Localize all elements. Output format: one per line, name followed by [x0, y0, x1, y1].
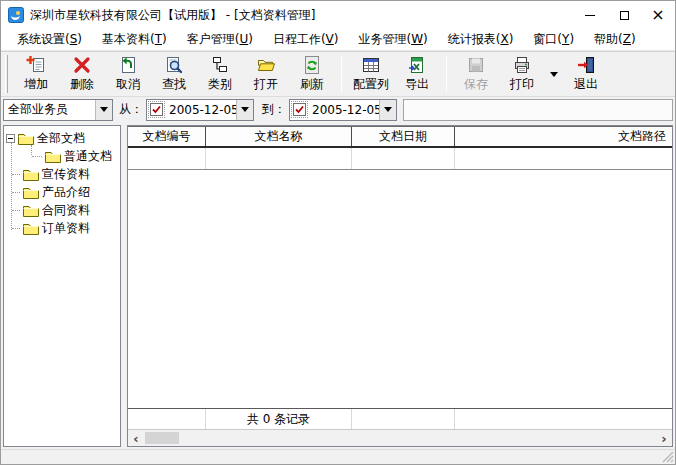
tree-connector-line [12, 228, 20, 229]
tree-connector-line [12, 210, 20, 211]
tree-item-label: 合同资料 [42, 202, 90, 219]
column-header-doc-number[interactable]: 文档编号 [128, 127, 206, 146]
folder-icon [23, 186, 39, 199]
tree-item-label: 普通文档 [64, 148, 112, 165]
menu-schedule-work[interactable]: 日程工作(V) [263, 29, 349, 50]
tree-item-contract-materials[interactable]: 合同资料 [4, 201, 120, 219]
to-date-dropdown-button[interactable] [379, 100, 396, 120]
tree-item-label: 宣传资料 [42, 166, 90, 183]
from-date-dropdown-button[interactable] [236, 100, 253, 120]
maximize-icon [620, 11, 629, 20]
scroll-right-icon[interactable]: › [656, 430, 672, 446]
menu-system-settings[interactable]: 系统设置(S) [7, 29, 92, 50]
refresh-button[interactable]: 刷新 [289, 53, 335, 95]
tree-item-label: 全部文档 [37, 130, 85, 147]
chevron-down-icon [550, 72, 558, 77]
app-window: 深圳市星软科技有限公司【试用版】 - [文档资料管理] × 系统设置(S) 基本… [0, 0, 676, 465]
tree-item-label: 产品介绍 [42, 184, 90, 201]
column-header-doc-name[interactable]: 文档名称 [206, 127, 352, 146]
delete-icon [72, 55, 92, 75]
exit-icon [576, 55, 596, 75]
category-tree: 全部文档 普通文档 宣传资料 [3, 125, 121, 447]
toolbar: 增加 删除 取消 查找 [1, 51, 675, 97]
resize-grip-icon[interactable] [661, 450, 674, 463]
from-date-checkbox[interactable] [150, 103, 163, 116]
grid-header-row: 文档编号 文档名称 文档日期 文档路径 [128, 126, 672, 148]
collapse-icon[interactable] [6, 134, 15, 143]
app-icon [8, 7, 24, 23]
column-header-doc-path[interactable]: 文档路径 [455, 127, 672, 146]
filter-bar: 全部业务员 从： 2005-12-05 到： 2005-12-05 [1, 97, 675, 123]
scroll-left-icon[interactable]: ‹ [128, 430, 144, 446]
folder-icon [18, 132, 34, 145]
salesperson-dropdown-button[interactable] [95, 100, 112, 120]
scrollbar-thumb[interactable] [145, 432, 179, 444]
menu-statistics-reports[interactable]: 统计报表(X) [438, 29, 524, 50]
menu-business-mgmt[interactable]: 业务管理(W) [348, 29, 437, 50]
add-button[interactable]: 增加 [13, 53, 59, 95]
grid-footer-cell [352, 409, 455, 429]
menu-basic-data[interactable]: 基本资料(T) [92, 29, 177, 50]
export-button[interactable]: 导出 [394, 53, 440, 95]
columns-icon [361, 55, 381, 75]
to-date-checkbox[interactable] [293, 103, 306, 116]
folder-icon [23, 168, 39, 181]
tree-item-normal-docs[interactable]: 普通文档 [4, 147, 120, 165]
tree-item-product-intro[interactable]: 产品介绍 [4, 183, 120, 201]
tree-connector-line [12, 174, 20, 175]
find-button[interactable]: 查找 [151, 53, 197, 95]
refresh-icon [302, 55, 322, 75]
column-header-doc-date[interactable]: 文档日期 [352, 127, 455, 146]
minimize-button[interactable] [573, 1, 607, 29]
from-date-value: 2005-12-05 [165, 103, 236, 117]
grid-body [128, 170, 672, 408]
exit-button[interactable]: 退出 [563, 53, 609, 95]
grid-empty-row[interactable] [128, 148, 672, 170]
folder-icon [23, 204, 39, 217]
chevron-down-icon [384, 107, 392, 112]
chevron-down-icon [100, 107, 108, 112]
toolbar-separator [446, 56, 447, 92]
close-icon: × [651, 7, 664, 23]
grid-cell [128, 148, 206, 169]
tree-item-all-docs[interactable]: 全部文档 [4, 129, 120, 147]
from-label: 从： [119, 101, 143, 118]
open-folder-icon [256, 55, 276, 75]
salesperson-value: 全部业务员 [4, 101, 95, 118]
documents-grid: 文档编号 文档名称 文档日期 文档路径 共 0 条记录 ‹ [127, 125, 673, 447]
category-button[interactable]: 类别 [197, 53, 243, 95]
title-bar: 深圳市星软科技有限公司【试用版】 - [文档资料管理] × [1, 1, 675, 29]
export-icon [407, 55, 427, 75]
save-button[interactable]: 保存 [453, 53, 499, 95]
toolbar-gripper[interactable] [5, 55, 8, 93]
maximize-button[interactable] [607, 1, 641, 29]
configure-columns-button[interactable]: 配置列 [348, 53, 394, 95]
close-button[interactable]: × [641, 1, 675, 29]
horizontal-scrollbar[interactable]: ‹ › [128, 430, 672, 446]
open-button[interactable]: 打开 [243, 53, 289, 95]
check-icon [294, 104, 305, 115]
content-area: 全部文档 普通文档 宣传资料 [1, 123, 675, 449]
tree-item-promo-materials[interactable]: 宣传资料 [4, 165, 120, 183]
tree-item-order-materials[interactable]: 订单资料 [4, 219, 120, 237]
from-date-picker[interactable]: 2005-12-05 [146, 99, 254, 121]
grid-cell [206, 148, 352, 169]
cancel-button[interactable]: 取消 [105, 53, 151, 95]
print-icon [512, 55, 532, 75]
check-icon [151, 104, 162, 115]
print-dropdown-button[interactable] [545, 53, 563, 95]
menu-window[interactable]: 窗口(Y) [523, 29, 584, 50]
tree-connector-line [12, 192, 20, 193]
minimize-icon [585, 15, 595, 16]
print-button[interactable]: 打印 [499, 53, 545, 95]
to-date-picker[interactable]: 2005-12-05 [289, 99, 397, 121]
salesperson-select[interactable]: 全部业务员 [3, 99, 113, 121]
menu-help[interactable]: 帮助(Z) [584, 29, 646, 50]
tree-item-label: 订单资料 [42, 220, 90, 237]
delete-button[interactable]: 删除 [59, 53, 105, 95]
toolbar-separator [341, 56, 342, 92]
find-icon [164, 55, 184, 75]
record-count: 共 0 条记录 [206, 409, 352, 429]
to-date-value: 2005-12-05 [308, 103, 379, 117]
menu-customer-mgmt[interactable]: 客户管理(U) [177, 29, 263, 50]
